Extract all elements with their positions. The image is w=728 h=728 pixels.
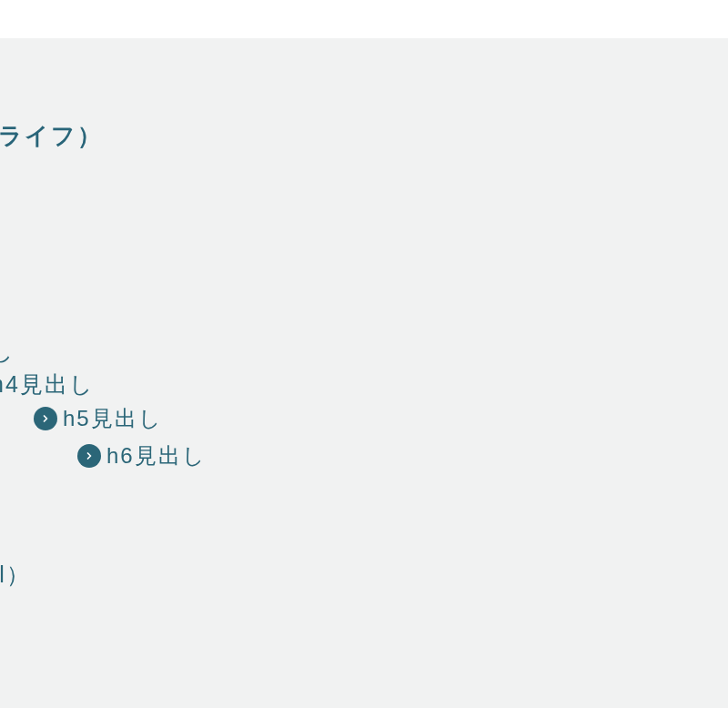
h6-heading-text: h6見出し [106, 441, 207, 470]
h4-heading-text: h4見出し [0, 371, 95, 397]
chevron-right-icon [77, 444, 101, 468]
h5-heading-text: h5見出し [63, 404, 163, 433]
bottom-white-band [0, 708, 728, 728]
block-heading: ック [0, 631, 2, 661]
heading-photo-life: ォトライフ） [0, 120, 103, 152]
h6-heading: h6見出し [77, 441, 207, 470]
h3-heading: 出し [0, 337, 15, 367]
heading-photo-life-text: ォトライフ） [0, 122, 103, 149]
chevron-right-icon [34, 407, 57, 430]
list-heading: ,ol,dl） [0, 560, 31, 590]
top-white-band [0, 0, 728, 38]
list-heading-text: ,ol,dl） [0, 561, 31, 587]
block-heading-text: ック [0, 632, 2, 658]
h3-heading-text: 出し [0, 339, 15, 364]
h5-heading: h5見出し [34, 404, 163, 433]
h4-heading: h4見出し [0, 369, 95, 399]
